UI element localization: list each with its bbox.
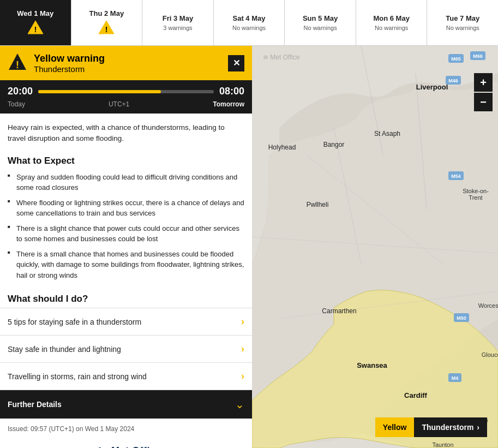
svg-text:Stoke-on-: Stoke-on- — [463, 188, 489, 194]
met-logo-waves-icon — [91, 445, 107, 448]
warning-badge[interactable]: Yellow Thunderstorm › — [375, 417, 487, 437]
left-panel: ! Yellow warning Thunderstorm ✕ 20:00 08… — [0, 46, 252, 448]
time-progress-fill — [38, 90, 161, 93]
met-office-logo: Met Office — [0, 439, 252, 448]
badge-level: Yellow — [375, 417, 415, 437]
map-container: M65 M66 M46 M54 M50 M4 Liverpool — [252, 46, 498, 448]
tab-sun[interactable]: Sun 5 May No warnings — [285, 0, 356, 45]
time-label-tomorrow: Tomorrow — [213, 100, 244, 108]
expect-item-2: There is a slight chance that power cuts… — [8, 221, 244, 247]
zoom-out-button[interactable]: − — [474, 93, 493, 111]
zoom-in-button[interactable]: + — [474, 73, 493, 92]
tab-mon-name: Mon 6 May — [373, 14, 409, 22]
section-expect-title: What to Expect — [0, 150, 252, 170]
warning-triangle-icon-wed: ! — [27, 20, 44, 37]
expect-item-1: Where flooding or lightning strikes occu… — [8, 195, 244, 221]
svg-text:M66: M66 — [473, 53, 483, 59]
tab-sat[interactable]: Sat 4 May No warnings — [214, 0, 285, 45]
expect-item-0: Spray and sudden flooding could lead to … — [8, 170, 244, 195]
tab-fri-warning: 3 warnings — [163, 25, 192, 31]
svg-text:≋ Met Office: ≋ Met Office — [263, 53, 300, 61]
further-details-title: Further Details — [8, 400, 62, 409]
warning-triangle-icon-thu: ! — [98, 20, 115, 37]
tab-thu[interactable]: Thu 2 May ! — [71, 0, 143, 45]
chevron-right-icon-0: › — [241, 316, 244, 327]
tab-wed[interactable]: Wed 1 May ! — [0, 0, 71, 45]
main-content: ! Yellow warning Thunderstorm ✕ 20:00 08… — [0, 46, 498, 448]
warning-header-icon: ! — [8, 52, 27, 74]
tab-mon[interactable]: Mon 6 May No warnings — [356, 0, 428, 45]
badge-type: Thunderstorm — [422, 423, 473, 432]
tab-tue[interactable]: Tue 7 May No warnings — [427, 0, 498, 45]
expect-list: Spray and sudden flooding could lead to … — [0, 170, 252, 289]
issued-text: Issued: 09:57 (UTC+1) on Wed 1 May 2024 — [0, 419, 252, 439]
svg-text:St Asaph: St Asaph — [374, 130, 400, 138]
tab-bar: Wed 1 May ! Thu 2 May ! Fri 3 May 3 warn… — [0, 0, 498, 46]
map-svg: M65 M66 M46 M54 M50 M4 Liverpool — [252, 46, 498, 448]
expect-item-3: There is a small chance that homes and b… — [8, 247, 244, 283]
advice-link-1[interactable]: Stay safe in thunder and lightning › — [0, 336, 252, 363]
svg-text:Holyhead: Holyhead — [268, 144, 296, 151]
svg-text:!: ! — [16, 59, 19, 70]
tab-tue-name: Tue 7 May — [446, 14, 479, 22]
svg-text:Cardiff: Cardiff — [404, 391, 428, 399]
tab-thu-name: Thu 2 May — [89, 9, 124, 17]
svg-text:M54: M54 — [451, 174, 461, 179]
time-start: 20:00 — [8, 86, 33, 97]
time-end: 08:00 — [219, 86, 244, 97]
chevron-down-icon: ⌄ — [235, 398, 244, 411]
svg-text:M4: M4 — [452, 375, 459, 381]
advice-link-0[interactable]: 5 tips for staying safe in a thunderstor… — [0, 308, 252, 336]
svg-text:Liverpool: Liverpool — [416, 83, 448, 91]
tab-sat-name: Sat 4 May — [233, 14, 266, 22]
time-bar: 20:00 08:00 Today UTC+1 Tomorrow — [0, 80, 252, 114]
svg-text:Swansea: Swansea — [357, 361, 387, 369]
tab-sun-name: Sun 5 May — [303, 14, 338, 22]
warning-description: Heavy rain is expected, with a chance of… — [0, 114, 252, 150]
warning-type: Thunderstorm — [34, 64, 221, 74]
tab-mon-warning: No warnings — [375, 25, 408, 31]
svg-text:M50: M50 — [457, 315, 466, 321]
svg-text:!: ! — [34, 25, 37, 34]
section-do-title: What should I do? — [0, 288, 252, 308]
tab-sun-warning: No warnings — [304, 25, 337, 31]
time-label-today: Today — [8, 100, 25, 108]
tab-fri[interactable]: Fri 3 May 3 warnings — [142, 0, 214, 45]
tab-wed-name: Wed 1 May — [17, 9, 53, 17]
svg-text:Carmarthen: Carmarthen — [322, 307, 356, 315]
met-office-label: Met Office — [111, 445, 161, 449]
warning-header-text: Yellow warning Thunderstorm — [34, 53, 221, 74]
chevron-right-icon-2: › — [241, 371, 244, 382]
tab-sat-warning: No warnings — [232, 25, 266, 31]
right-panel: M65 M66 M46 M54 M50 M4 Liverpool — [252, 46, 498, 448]
badge-type-container: Thunderstorm › — [414, 417, 487, 437]
further-details[interactable]: Further Details ⌄ — [0, 390, 252, 419]
svg-text:Bangor: Bangor — [323, 141, 345, 148]
warning-header: ! Yellow warning Thunderstorm ✕ — [0, 46, 252, 80]
close-button[interactable]: ✕ — [228, 55, 244, 71]
svg-text:Taunton: Taunton — [432, 441, 453, 448]
svg-text:!: ! — [105, 25, 108, 34]
badge-chevron-icon: › — [477, 423, 479, 432]
chevron-right-icon-1: › — [241, 343, 244, 355]
svg-text:M65: M65 — [451, 56, 461, 62]
tab-fri-name: Fri 3 May — [163, 14, 193, 22]
svg-text:Pwllheli: Pwllheli — [307, 201, 329, 208]
svg-text:Trent: Trent — [469, 194, 482, 201]
time-progress-bar — [38, 90, 214, 93]
advice-links: 5 tips for staying safe in a thunderstor… — [0, 308, 252, 390]
advice-link-2[interactable]: Travelling in storms, rain and strong wi… — [0, 363, 252, 390]
svg-text:Glouce-: Glouce- — [482, 351, 498, 358]
warning-level: Yellow warning — [34, 53, 221, 64]
time-label-utc: UTC+1 — [25, 100, 213, 108]
map-zoom-controls: + − — [474, 73, 493, 111]
svg-text:Worces-: Worces- — [478, 302, 498, 309]
svg-text:M46: M46 — [448, 78, 458, 83]
tab-tue-warning: No warnings — [446, 25, 479, 31]
